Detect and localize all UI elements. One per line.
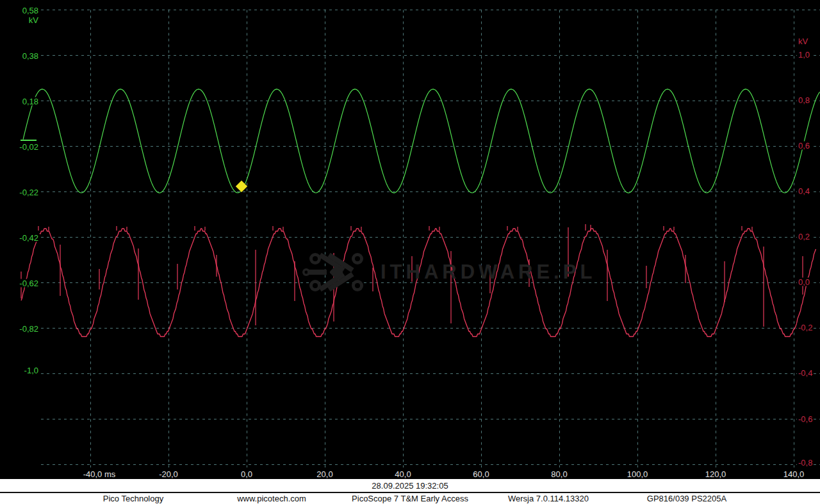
y-axis-left-tick-8: -1,0 xyxy=(23,366,40,375)
y-axis-right-tick-6: -0,2 xyxy=(797,323,814,332)
x-axis-tick-9: 140,0 xyxy=(783,469,805,479)
bottom-info-strip: 28.09.2025 19:32:05 Pico Technologywww.p… xyxy=(0,479,820,504)
y-axis-right-tick-1: 0,8 xyxy=(797,96,811,104)
x-axis-tick-5: 60,0 xyxy=(473,469,489,479)
y-axis-left-tick-6: -0,62 xyxy=(18,279,40,288)
y-axis-left-tick-3: -0,02 xyxy=(18,143,40,151)
footer-item-3: Wersja 7.0.114.13320 xyxy=(479,494,618,503)
waveform-canvas xyxy=(0,0,820,479)
y-axis-right-tick-8: -0,6 xyxy=(797,415,814,423)
y-axis-left-tick-5: -0,42 xyxy=(18,234,40,242)
y-axis-right-tick-2: 0,6 xyxy=(797,142,811,150)
capture-datetime: 28.09.2025 19:32:05 xyxy=(0,479,820,492)
waveform-channel-a xyxy=(23,89,820,193)
grid-lines xyxy=(41,10,820,468)
y-axis-right-tick-0: 1,0 xyxy=(797,51,811,59)
y-axis-left-tick-4: -0,22 xyxy=(18,188,40,197)
x-axis-tick-0: -40,0 ms xyxy=(83,469,116,479)
x-axis-tick-3: 20,0 xyxy=(316,469,332,479)
y-axis-right-tick-3: 0,4 xyxy=(797,187,811,195)
y-axis-right-tick-9: -0,8 xyxy=(797,459,814,467)
picoscope-window: ITHARDWARE.PL 0,580,380,18-0,02-0,22-0,4… xyxy=(0,0,820,504)
footer-item-4: GP816/039 PS2205A xyxy=(618,494,756,503)
y-axis-right-tick-7: -0,4 xyxy=(797,369,814,377)
y-axis-right-unit: kV xyxy=(797,37,809,45)
y-axis-left-unit: kV xyxy=(28,16,40,24)
y-axis-left-tick-0: 0,58 xyxy=(21,6,40,15)
y-axis-right-tick-5: 0,0 xyxy=(797,278,811,286)
scope-plot-area[interactable]: ITHARDWARE.PL 0,580,380,18-0,02-0,22-0,4… xyxy=(0,0,820,479)
x-axis-tick-1: -20,0 xyxy=(159,469,178,479)
noise-glitches-channel-b xyxy=(21,224,803,327)
y-axis-left-tick-2: 0,18 xyxy=(21,97,40,106)
x-axis-tick-8: 120,0 xyxy=(705,469,726,479)
x-axis-tick-7: 100,0 xyxy=(627,469,648,479)
footer-item-1: www.picotech.com xyxy=(202,494,341,503)
y-axis-left-tick-7: -0,82 xyxy=(18,325,40,333)
y-axis-right-tick-4: 0,2 xyxy=(797,232,811,241)
x-axis-tick-4: 40,0 xyxy=(395,469,411,479)
y-axis-left-tick-1: 0,38 xyxy=(21,52,40,60)
footer-bar: Pico Technologywww.picotech.comPicoScope… xyxy=(0,493,820,504)
x-axis-tick-6: 80,0 xyxy=(551,469,567,479)
footer-item-2: PicoScope 7 T&M Early Access xyxy=(341,494,479,503)
footer-item-0: Pico Technology xyxy=(64,494,202,503)
x-axis-tick-2: 0,0 xyxy=(241,469,252,479)
